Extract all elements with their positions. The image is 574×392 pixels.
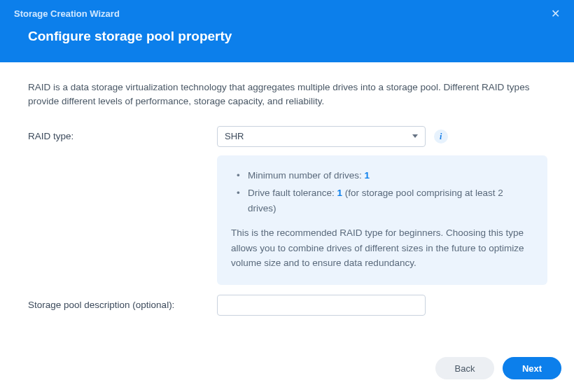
- footer: Back Next: [0, 349, 574, 392]
- raid-info-panel: Minimum number of drives: 1 Drive fault …: [217, 155, 547, 286]
- intro-text: RAID is a data storage virtualization te…: [28, 80, 546, 109]
- titlebar: Storage Creation Wizard ✕: [0, 0, 574, 24]
- chevron-down-icon: [412, 134, 418, 138]
- description-row: Storage pool description (optional):: [28, 295, 546, 316]
- close-icon[interactable]: ✕: [551, 7, 560, 20]
- description-input[interactable]: [217, 295, 426, 316]
- raid-type-control: SHR i Minimum number of drives: 1 Drive …: [217, 126, 547, 286]
- description-label: Storage pool description (optional):: [28, 295, 217, 312]
- raid-type-label: RAID type:: [28, 126, 217, 144]
- info-icon[interactable]: i: [434, 130, 448, 144]
- page-title: Configure storage pool property: [0, 24, 574, 62]
- raid-type-select[interactable]: SHR: [217, 126, 426, 147]
- titlebar-text: Storage Creation Wizard: [14, 8, 120, 19]
- info-fault-tolerance: Drive fault tolerance: 1 (for storage po…: [237, 186, 533, 216]
- back-button[interactable]: Back: [435, 357, 494, 379]
- wizard-header: Storage Creation Wizard ✕ Configure stor…: [0, 0, 574, 62]
- info-min-drives: Minimum number of drives: 1: [237, 168, 533, 183]
- info-description: This is the recommended RAID type for be…: [231, 225, 533, 271]
- raid-type-row: RAID type: SHR i Minimum number of drive…: [28, 126, 546, 286]
- content-area: RAID is a data storage virtualization te…: [0, 62, 574, 349]
- next-button[interactable]: Next: [503, 357, 561, 379]
- raid-type-value: SHR: [225, 130, 244, 144]
